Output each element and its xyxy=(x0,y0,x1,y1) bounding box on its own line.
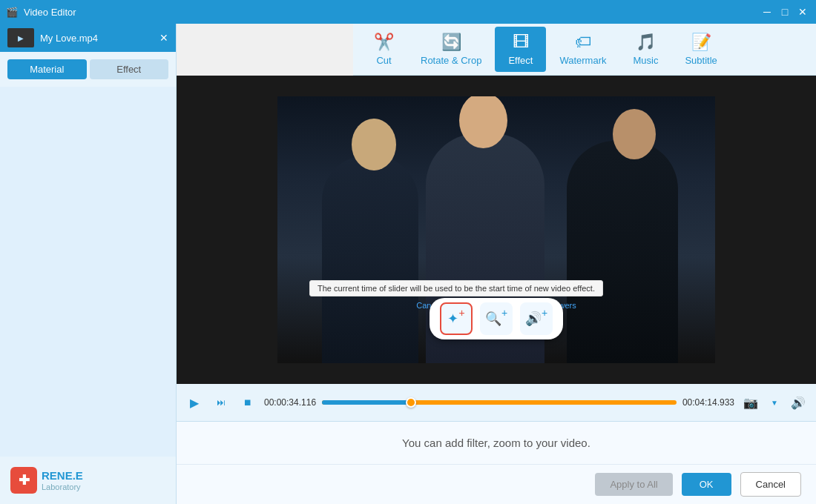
effect-icon: 🎞 xyxy=(513,33,529,52)
toolbar-music[interactable]: 🎵 Music xyxy=(619,27,671,72)
watermark-icon: 🏷 xyxy=(575,33,591,52)
screenshot-button[interactable]: 📷 xyxy=(740,392,761,413)
bottom-main: You can add filter, zoom to your video. xyxy=(177,422,816,464)
toolbar-effect-label: Effect xyxy=(508,55,533,66)
toolbar-effect[interactable]: 🎞 Effect xyxy=(495,27,546,72)
popup-zoom-button[interactable]: 🔍+ xyxy=(480,302,513,335)
dropdown-button[interactable]: ▼ xyxy=(764,392,785,413)
popup-audio-icon: 🔊+ xyxy=(520,302,553,335)
apply-to-all-button[interactable]: Apply to All xyxy=(595,473,672,496)
popup-zoom-icon: 🔍+ xyxy=(480,302,513,335)
toolbar-rotate-label: Rotate & Crop xyxy=(421,55,481,66)
title-bar: 🎬 Video Editor ─ □ ✕ xyxy=(0,0,816,24)
panel-tabs: Material Effect xyxy=(7,59,168,79)
toolbar-watermark-label: Watermark xyxy=(559,55,606,66)
file-thumbnail: ▶ xyxy=(7,28,34,47)
logo-line2: Laboratory xyxy=(42,483,83,491)
rotate-icon: 🔄 xyxy=(441,33,461,52)
current-time: 00:00:34.116 xyxy=(264,397,316,408)
logo-area: ✚ RENE.E Laboratory xyxy=(0,457,176,504)
tab-material[interactable]: Material xyxy=(7,59,87,79)
ok-button[interactable]: OK xyxy=(682,473,731,496)
bottom-footer: Apply to All OK Cancel xyxy=(177,464,816,504)
bottom-panel: You can add filter, zoom to your video. … xyxy=(177,421,816,504)
subtitle-icon: 📝 xyxy=(691,33,711,52)
logo-text-block: RENE.E Laboratory xyxy=(42,469,83,491)
step-forward-button[interactable]: ⏭ xyxy=(211,392,231,413)
tab-effect[interactable]: Effect xyxy=(90,59,169,79)
player-controls: ▶ ⏭ ⏹ 00:00:34.116 00:04:14.933 📷 ▼ 🔊 xyxy=(177,384,816,421)
stop-button[interactable]: ⏹ xyxy=(237,392,258,413)
app-icon: 🎬 xyxy=(6,7,18,18)
toolbar-subtitle-label: Subtitle xyxy=(685,55,717,66)
music-icon: 🎵 xyxy=(636,33,656,52)
cancel-button[interactable]: Cancel xyxy=(740,472,801,497)
app-title: Video Editor xyxy=(24,7,76,18)
file-close-button[interactable]: ✕ xyxy=(159,32,168,44)
left-content-area xyxy=(0,87,176,457)
video-area: Can find what you're looking at, but ans… xyxy=(177,76,816,384)
maximize-button[interactable]: □ xyxy=(777,4,792,19)
play-button[interactable]: ▶ xyxy=(184,392,205,413)
video-popup-bar: ∨ The current time of slider will be use… xyxy=(430,298,563,339)
right-controls: 📷 ▼ 🔊 xyxy=(740,392,809,413)
toolbar-rotate[interactable]: 🔄 Rotate & Crop xyxy=(407,27,495,72)
toolbar-cut[interactable]: ✂️ Cut xyxy=(361,27,407,72)
progress-filled xyxy=(322,400,410,405)
popup-audio-button[interactable]: 🔊+ xyxy=(520,302,553,335)
popup-effect-icon: ✦+ xyxy=(440,302,473,335)
popup-effect-button[interactable]: The current time of slider will be used … xyxy=(440,302,473,335)
close-button[interactable]: ✕ xyxy=(795,4,810,19)
file-tab: ▶ My Love.mp4 ✕ xyxy=(0,24,176,52)
minimize-button[interactable]: ─ xyxy=(760,4,774,19)
title-bar-left: 🎬 Video Editor xyxy=(6,7,76,18)
toolbar-subtitle[interactable]: 📝 Subtitle xyxy=(671,27,730,72)
total-time: 00:04:14.933 xyxy=(682,397,734,408)
info-text: You can add filter, zoom to your video. xyxy=(402,437,590,449)
logo-icon: ✚ xyxy=(10,467,37,494)
cut-icon: ✂️ xyxy=(374,33,394,52)
volume-button[interactable]: 🔊 xyxy=(788,392,809,413)
left-panel: ▶ My Love.mp4 ✕ Material Effect ✚ RENE.E… xyxy=(0,24,177,504)
toolbar-music-label: Music xyxy=(633,55,658,66)
progress-thumb[interactable] xyxy=(406,397,416,408)
toolbar-cut-label: Cut xyxy=(376,55,391,66)
progress-bar[interactable] xyxy=(322,400,677,405)
logo-line1: RENE.E xyxy=(42,469,83,483)
title-bar-controls: ─ □ ✕ xyxy=(760,4,810,19)
file-name: My Love.mp4 xyxy=(40,33,98,44)
toolbar: ✂️ Cut 🔄 Rotate & Crop 🎞 Effect 🏷 Waterm… xyxy=(353,24,816,76)
popup-chevron-icon: ∨ xyxy=(492,285,501,299)
toolbar-watermark[interactable]: 🏷 Watermark xyxy=(546,27,619,72)
file-tab-info: ▶ My Love.mp4 xyxy=(7,28,98,47)
